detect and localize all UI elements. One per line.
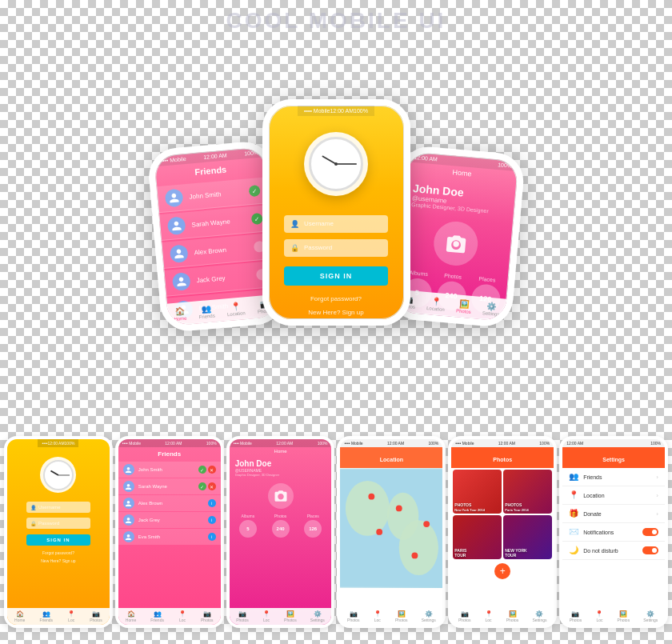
- photo-label-2: PHOTOSParis Tour 2014: [505, 502, 529, 512]
- mini-action-2: ✓ ✕: [198, 482, 216, 490]
- mini-phone-photos: •••• Mobile 12:00 AM 100% Photos PHOTOSN…: [448, 436, 557, 628]
- svg-point-4: [369, 494, 375, 500]
- mini-phnav-photos2[interactable]: 🖼️ Photos: [506, 610, 519, 622]
- settings-friends[interactable]: 👥 Friends ›: [562, 468, 665, 486]
- mini-nav-loc[interactable]: 📍 Loc: [67, 610, 75, 622]
- svg-point-5: [396, 505, 402, 511]
- mini-pnav-photos[interactable]: 📷 Photos: [236, 610, 249, 622]
- nav-home[interactable]: 🏠 Home: [173, 306, 187, 321]
- settings-notifications[interactable]: ✉️ Notifications: [562, 523, 665, 542]
- password-input[interactable]: 🔒 Password: [284, 239, 388, 257]
- mini-lnav-photos[interactable]: 📷 Photos: [347, 610, 360, 622]
- nav-location[interactable]: 📍 Location: [226, 301, 245, 317]
- mini-profile-screen: •••• Mobile 12:00 AM 100% Home John Doe …: [230, 439, 332, 625]
- phone-center-wrapper: •••• Mobile 12:00 AM 100% 👤 Username 🔒 P…: [262, 99, 410, 326]
- donate-label: Donate: [583, 511, 656, 517]
- mini-avatar-1: [123, 464, 134, 475]
- mini-forgot-link[interactable]: Forgot password?: [42, 550, 74, 555]
- mini-phnav-settings[interactable]: ⚙️ Settings: [532, 610, 546, 622]
- mini-settings-screen: 12:00 AM 100% Settings 👥 Friends › 📍 Loc…: [562, 439, 665, 625]
- mini-nav-photos: 📷 Photos 📍 Loc 🖼️ Photos ⚙️ Settings: [451, 608, 554, 625]
- mini-fnav-photos[interactable]: 📷 Photos: [201, 610, 214, 622]
- friends-label: Friends: [583, 474, 656, 480]
- mini-lnav-settings[interactable]: ⚙️ Settings: [422, 610, 436, 622]
- battery-left: 100%: [243, 150, 258, 157]
- mini-friend-name-3: Alex Brown: [138, 501, 208, 506]
- mini-nav-photos[interactable]: 📷 Photos: [90, 610, 102, 622]
- username-input[interactable]: 👤 Username: [284, 215, 388, 233]
- mini-phone-friends: •••• Mobile 12:00 AM 100% Friends John S…: [115, 436, 224, 628]
- signup-link[interactable]: New Here? Sign up: [308, 309, 363, 316]
- mini-nav-location: 📷 Photos 📍 Loc 🖼️ Photos ⚙️ Settings: [340, 608, 442, 625]
- nav-friends[interactable]: 👥 Friends: [198, 303, 215, 319]
- clock-center-dot: [334, 162, 338, 166]
- mini-nav-home[interactable]: 🏠 Home: [14, 610, 25, 622]
- dnd-icon: 🌙: [569, 546, 578, 555]
- mini-phone-profile: •••• Mobile 12:00 AM 100% Home John Doe …: [226, 436, 335, 628]
- mini-pnav-settings[interactable]: ⚙️ Settings: [310, 610, 325, 622]
- mini-location-screen: •••• Mobile 12:00 AM 100% Location: [340, 439, 442, 625]
- mini-action-3: i: [208, 499, 216, 507]
- mini-pnav-loc[interactable]: 📍 Loc: [262, 610, 270, 622]
- settings-donate[interactable]: 🎁 Donate ›: [562, 505, 665, 523]
- mini-pnav-photos2[interactable]: 🖼️ Photos: [284, 610, 297, 622]
- mini-avatar-3: [123, 498, 134, 509]
- mini-friend-4: Jack Grey i: [118, 512, 221, 528]
- mini-photos-screen: •••• Mobile 12:00 AM 100% Photos PHOTOSN…: [451, 439, 554, 625]
- photos-grid: PHOTOSNew York Tour 2014 PHOTOSParis Tou…: [451, 468, 554, 561]
- mini-phone-location: •••• Mobile 12:00 AM 100% Location: [337, 436, 446, 628]
- settings-location[interactable]: 📍 Location ›: [562, 486, 665, 505]
- notifications-icon: ✉️: [569, 527, 578, 537]
- phone-left-wrapper: •••• Mobile 12:00 AM 100% Friends John S…: [154, 121, 262, 304]
- mini-stat-albums: Albums 5: [239, 514, 257, 539]
- mini-friend-name-4: Jack Grey: [138, 518, 208, 522]
- notifications-toggle[interactable]: [642, 528, 658, 536]
- mini-fnav-home[interactable]: 🏠 Home: [126, 610, 136, 622]
- nav-r-settings[interactable]: ⚙️ Settings: [482, 301, 500, 317]
- photo-label-4: NEW YORKTOUR: [505, 548, 526, 558]
- add-photo-btn[interactable]: +: [451, 561, 554, 582]
- friend-check-1: ✓: [248, 185, 260, 197]
- mini-hour-hand: [50, 470, 59, 475]
- dnd-toggle[interactable]: [642, 546, 658, 554]
- nav-r-location[interactable]: 📍 Location: [426, 296, 445, 312]
- mini-snav-photos[interactable]: 📷 Photos: [570, 610, 582, 622]
- mini-login-screen: •••• 12:00 AM 100% 👤 Username 🔒 Password…: [7, 439, 110, 625]
- friend-name-4: Jack Grey: [196, 271, 256, 284]
- location-label: Location: [583, 493, 656, 498]
- mini-lnav-loc[interactable]: 📍 Loc: [374, 610, 382, 622]
- mini-nav-friends[interactable]: 👥 Friends: [39, 610, 53, 622]
- mini-status-friends: •••• Mobile 12:00 AM 100%: [118, 439, 221, 447]
- mini-home-title: Home: [230, 447, 332, 455]
- mini-photos-bar: Photos: [451, 447, 554, 468]
- location-arrow-icon: ›: [656, 492, 658, 499]
- mini-phone-settings: 12:00 AM 100% Settings 👥 Friends › 📍 Loc…: [559, 436, 668, 628]
- nav-r-photos2[interactable]: 🖼️ Photos: [455, 298, 471, 314]
- mini-password-input[interactable]: 🔒 Password: [26, 518, 90, 529]
- mini-phnav-loc[interactable]: 📍 Loc: [485, 610, 493, 622]
- user-icon: 👤: [290, 220, 299, 228]
- forgot-link[interactable]: Forgot password?: [310, 295, 362, 302]
- time-left: 12:00 AM: [202, 152, 226, 160]
- signal-right: 12:00 AM: [414, 154, 438, 162]
- avatar-2: [166, 216, 186, 235]
- mini-signup-link[interactable]: New Here? Sign up: [41, 558, 75, 563]
- donate-icon: 🎁: [569, 509, 578, 518]
- mini-snav-photos2[interactable]: 🖼️ Photos: [618, 610, 630, 622]
- mini-map: [340, 468, 442, 588]
- mini-snav-loc[interactable]: 📍 Loc: [595, 610, 603, 622]
- mini-lnav-photos2[interactable]: 🖼️ Photos: [395, 610, 408, 622]
- photo-cell-4: NEW YORKTOUR: [503, 515, 552, 559]
- mini-fnav-loc[interactable]: 📍 Loc: [178, 610, 186, 622]
- dnd-label: Do not disturb: [583, 548, 642, 554]
- photo-label-1: PHOTOSNew York Tour 2014: [454, 502, 485, 512]
- mini-username-input[interactable]: 👤 Username: [26, 502, 90, 513]
- signin-button[interactable]: SIGN IN: [284, 266, 388, 286]
- mini-snav-settings[interactable]: ⚙️ Settings: [643, 610, 658, 622]
- mini-phnav-photos[interactable]: 📷 Photos: [458, 610, 471, 622]
- mini-fnav-friends[interactable]: 👥 Friends: [150, 610, 164, 622]
- settings-dnd[interactable]: 🌙 Do not disturb: [562, 542, 665, 560]
- mini-signin-button[interactable]: SIGN IN: [26, 534, 90, 546]
- mini-avatar-2: [123, 481, 134, 492]
- mini-status-settings: 12:00 AM 100%: [562, 439, 665, 447]
